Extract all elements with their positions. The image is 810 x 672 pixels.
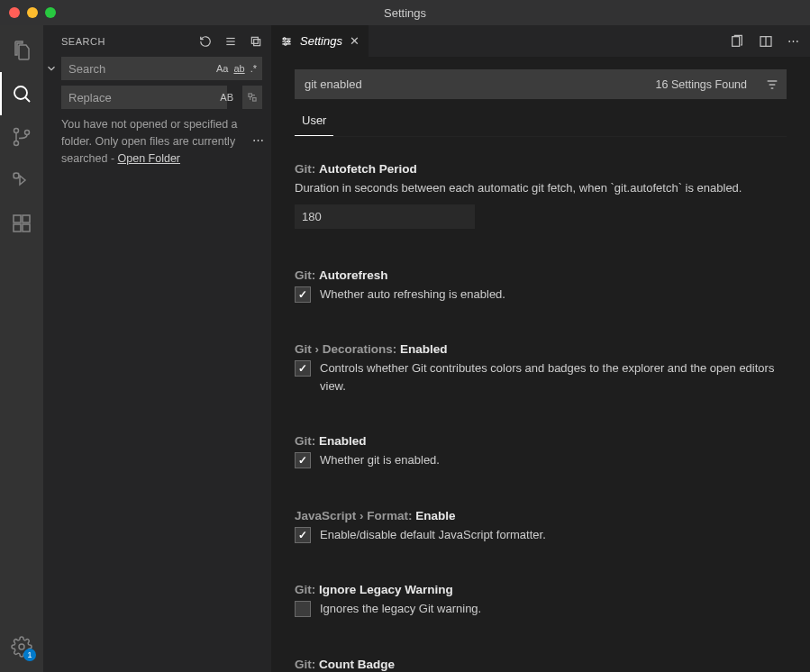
setting-name: Enabled	[400, 342, 448, 356]
more-options-icon[interactable]: ⋯	[252, 133, 264, 147]
svg-point-4	[25, 131, 30, 135]
setting-category: Git:	[295, 268, 319, 282]
open-folder-link[interactable]: Open Folder	[118, 152, 180, 165]
setting-item: Git › Decorations: EnabledControls wheth…	[295, 342, 787, 395]
debug-icon	[11, 169, 32, 191]
activity-settings[interactable]: 1	[0, 625, 43, 668]
svg-point-0	[14, 86, 27, 99]
setting-category: Git:	[295, 162, 319, 176]
tab-bar: Settings ✕ ⋯	[271, 25, 810, 57]
sidebar-title: SEARCH	[61, 36, 105, 47]
svg-rect-7	[23, 215, 30, 222]
tab-close-button[interactable]: ✕	[350, 34, 359, 48]
regex-icon[interactable]: .*	[250, 63, 257, 74]
svg-point-21	[284, 37, 286, 39]
window-controls	[0, 7, 56, 18]
toggle-replace-icon[interactable]	[45, 62, 58, 75]
setting-checkbox-row: Enable/disable default JavaScript format…	[295, 526, 787, 544]
activity-bar: 1	[0, 25, 43, 672]
setting-checkbox-row: Controls whether Git contributes colors …	[295, 359, 787, 395]
files-icon	[11, 40, 32, 61]
setting-description: Whether auto refreshing is enabled.	[320, 286, 505, 304]
setting-description: Ignores the legacy Git warning.	[320, 600, 481, 618]
setting-item: Git: Autofetch PeriodDuration in seconds…	[295, 162, 787, 229]
setting-description: Enable/disable default JavaScript format…	[320, 526, 546, 544]
svg-rect-14	[251, 37, 258, 43]
branch-icon	[11, 126, 32, 148]
setting-category: Git:	[295, 583, 319, 596]
activity-extensions[interactable]	[0, 202, 43, 245]
setting-label: JavaScript › Format: Enable	[295, 509, 787, 522]
search-sidebar: SEARCH Aa ab .* AB	[43, 25, 271, 672]
svg-line-1	[25, 97, 30, 102]
editor-area: Settings ✕ ⋯ 16 Settings Found User Git:…	[271, 25, 810, 672]
setting-label: Git: Autorefresh	[295, 268, 787, 282]
svg-point-23	[285, 42, 287, 44]
refresh-icon[interactable]	[199, 35, 212, 48]
setting-checkbox-row: Ignores the legacy Git warning.	[295, 600, 787, 618]
setting-description: Controls whether Git contributes colors …	[320, 359, 787, 395]
svg-rect-9	[23, 224, 30, 232]
setting-description: Duration in seconds between each automat…	[295, 179, 787, 197]
clear-results-icon[interactable]	[224, 35, 237, 48]
replace-input[interactable]	[61, 86, 227, 109]
setting-name: Autofetch Period	[319, 162, 417, 176]
settings-badge: 1	[23, 649, 36, 661]
activity-explorer[interactable]	[0, 29, 43, 72]
search-icon	[11, 83, 32, 104]
match-case-icon[interactable]: Aa	[216, 63, 228, 74]
setting-label: Git: Enabled	[295, 434, 787, 448]
setting-category: JavaScript › Format:	[295, 509, 415, 522]
activity-debug[interactable]	[0, 159, 43, 202]
window-title: Settings	[384, 6, 426, 20]
replace-all-icon	[246, 91, 259, 104]
svg-rect-6	[14, 215, 21, 222]
settings-list: Git: Autofetch PeriodDuration in seconds…	[295, 137, 787, 672]
setting-checkbox[interactable]	[295, 452, 311, 468]
setting-checkbox-row: Whether git is enabled.	[295, 451, 787, 469]
activity-search[interactable]	[0, 72, 43, 115]
maximize-window-button[interactable]	[45, 7, 56, 18]
svg-point-22	[287, 40, 289, 41]
minimize-window-button[interactable]	[27, 7, 38, 18]
more-actions-icon[interactable]: ⋯	[787, 34, 799, 49]
open-changes-icon[interactable]	[730, 34, 744, 49]
new-editor-icon[interactable]	[250, 35, 262, 48]
svg-point-2	[14, 129, 19, 133]
main-layout: 1 SEARCH Aa ab .*	[0, 25, 810, 672]
svg-point-3	[14, 141, 19, 146]
setting-name: Ignore Legacy Warning	[319, 583, 453, 596]
svg-rect-16	[249, 94, 252, 97]
svg-rect-24	[733, 36, 740, 46]
replace-all-button[interactable]	[242, 86, 262, 109]
setting-category: Git:	[295, 434, 319, 448]
close-window-button[interactable]	[9, 7, 20, 18]
settings-tab-icon	[280, 35, 293, 48]
match-whole-word-icon[interactable]: ab	[233, 63, 244, 74]
settings-scope-tabs: User	[295, 110, 787, 137]
setting-checkbox[interactable]	[295, 527, 311, 543]
setting-category: Git:	[295, 658, 319, 671]
scope-tab-user[interactable]: User	[295, 110, 333, 136]
activity-source-control[interactable]	[0, 115, 43, 159]
setting-checkbox[interactable]	[295, 286, 311, 303]
setting-checkbox[interactable]	[295, 601, 311, 617]
setting-value-input[interactable]	[295, 204, 475, 229]
svg-rect-8	[14, 224, 21, 232]
svg-rect-15	[254, 39, 260, 45]
setting-label: Git: Ignore Legacy Warning	[295, 583, 787, 596]
setting-label: Git: Autofetch Period	[295, 162, 787, 176]
filter-icon[interactable]	[765, 77, 779, 92]
tab-label: Settings	[300, 34, 342, 48]
setting-item: Git: EnabledWhether git is enabled.	[295, 434, 787, 469]
extensions-icon	[11, 213, 32, 234]
tab-settings[interactable]: Settings ✕	[271, 25, 369, 57]
sidebar-header: SEARCH	[43, 25, 271, 57]
setting-item: Git: AutorefreshWhether auto refreshing …	[295, 268, 787, 304]
setting-item: Git: Count BadgeControls the Git count b…	[295, 658, 787, 673]
split-editor-icon[interactable]	[759, 34, 773, 49]
preserve-case-icon[interactable]: AB	[220, 92, 233, 103]
settings-editor: 16 Settings Found User Git: Autofetch Pe…	[271, 57, 810, 672]
setting-checkbox[interactable]	[295, 360, 311, 377]
search-empty-message: You have not opened or specified a folde…	[43, 109, 271, 174]
